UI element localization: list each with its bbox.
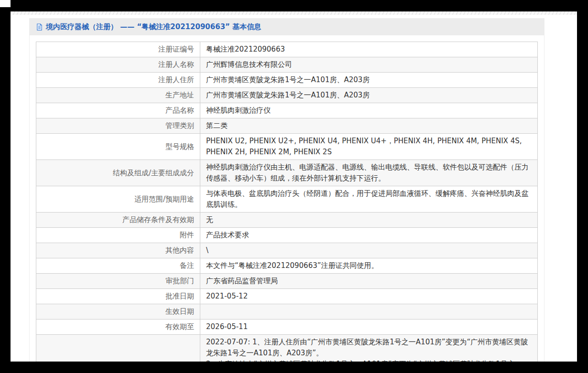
- table-row-change-history: 变更情况 2022-07-07: 1、注册人住所由“广州市黄埔区黄陂龙朱路1号之…: [36, 335, 538, 362]
- row-label: 审批部门: [36, 274, 200, 289]
- row-label: 附件: [36, 228, 200, 243]
- table-row: 型号规格 PHENIX U2, PHENIX U2+, PHENIX U4, P…: [36, 134, 538, 160]
- row-value: 广东省药品监督管理局: [200, 274, 538, 289]
- table-row: 结构及组成/主要组成成分 神经肌肉刺激治疗仪由主机、电源适配器、电源线、输出电缆…: [36, 160, 538, 186]
- table-row: 注册证编号 粤械注准20212090663: [36, 42, 538, 57]
- basic-info-card: 境内医疗器械（注册） —— “粤械注准20212090663” 基本信息 注册证…: [29, 18, 544, 362]
- row-value: 神经肌肉刺激治疗仪: [200, 103, 538, 118]
- row-label: 注册人住所: [36, 73, 200, 88]
- webpage-viewport: 境内医疗器械（注册） —— “粤械注准20212090663” 基本信息 注册证…: [11, 11, 577, 362]
- row-value: 本文件与“粤械注准20212090663”注册证共同使用。: [200, 258, 538, 274]
- table-row: 备注 本文件与“粤械注准20212090663”注册证共同使用。: [36, 258, 538, 274]
- registration-info-table: 注册证编号 粤械注准20212090663 注册人名称 广州辉博信息技术有限公司…: [36, 42, 538, 362]
- row-label: 产品名称: [36, 103, 200, 118]
- row-label: 备注: [36, 258, 200, 274]
- table-row: 注册人住所 广州市黄埔区黄陂龙朱路1号之一A101房、A203房: [36, 73, 538, 88]
- row-value: 粤械注准20212090663: [200, 42, 538, 57]
- row-label: 产品储存条件及有效期: [36, 213, 200, 228]
- table-row: 生产地址 广州市黄埔区黄陂龙朱路1号之一A101房、A203房: [36, 88, 538, 103]
- table-row: 注册人名称 广州辉博信息技术有限公司: [36, 57, 538, 73]
- table-row: 生效日期: [36, 304, 538, 320]
- row-label: 变更情况: [36, 335, 200, 362]
- row-label: 批准日期: [36, 289, 200, 304]
- row-label: 有效期至: [36, 320, 200, 335]
- screenshot-root: { "header": { "icon": "document-icon", "…: [0, 0, 588, 373]
- document-icon: [36, 23, 43, 31]
- row-value: PHENIX U2, PHENIX U2+, PHENIX U4, PHENIX…: [200, 134, 538, 160]
- table-row: 有效期至 2026-05-11: [36, 320, 538, 335]
- row-value: 2026-05-11: [200, 320, 538, 335]
- row-label: 适用范围/预期用途: [36, 186, 200, 213]
- table-row: 附件 产品技术要求: [36, 228, 538, 243]
- card-header-bar: 境内医疗器械（注册） —— “粤械注准20212090663” 基本信息: [30, 19, 544, 35]
- row-label: 管理类别: [36, 118, 200, 134]
- row-value: [200, 304, 538, 320]
- letterbox-corner-notch: [0, 0, 11, 7]
- table-row: 其他内容 \: [36, 243, 538, 258]
- row-value: 无: [200, 213, 538, 228]
- row-label: 生产地址: [36, 88, 200, 103]
- row-value: 2021-05-12: [200, 289, 538, 304]
- row-label: 注册人名称: [36, 57, 200, 73]
- page-title: 境内医疗器械（注册） —— “粤械注准20212090663” 基本信息: [46, 22, 261, 32]
- row-value: 2022-07-07: 1、注册人住所由“广州市黄埔区黄陂龙朱路1号之一A101…: [200, 335, 538, 362]
- row-value: 广州辉博信息技术有限公司: [200, 57, 538, 73]
- row-value: 第二类: [200, 118, 538, 134]
- table-row: 管理类别 第二类: [36, 118, 538, 134]
- row-label: 其他内容: [36, 243, 200, 258]
- row-value: 神经肌肉刺激治疗仪由主机、电源适配器、电源线、输出电缆线、导联线、软件包以及可选…: [200, 160, 538, 186]
- row-label: 结构及组成/主要组成成分: [36, 160, 200, 186]
- table-row: 批准日期 2021-05-12: [36, 289, 538, 304]
- change-entry: 2、生产地址由“广州市黄埔区黄陂龙朱路1号之一A101房”变更为“广州市黄埔区黄…: [206, 359, 532, 362]
- row-value: 广州市黄埔区黄陂龙朱路1号之一A101房、A203房: [200, 88, 538, 103]
- table-row: 审批部门 广东省药品监督管理局: [36, 274, 538, 289]
- row-label: 型号规格: [36, 134, 200, 160]
- top-hatch-border: [11, 11, 577, 15]
- row-value: \: [200, 243, 538, 258]
- row-value: 产品技术要求: [200, 228, 538, 243]
- table-row: 产品名称 神经肌肉刺激治疗仪: [36, 103, 538, 118]
- change-entry: 2022-07-07: 1、注册人住所由“广州市黄埔区黄陂龙朱路1号之一A101…: [206, 337, 532, 359]
- row-value: 与体表电极、盆底肌肉治疗头（经阴道）配合，用于促进局部血液循环、缓解疼痛、兴奋神…: [200, 186, 538, 213]
- row-value: 广州市黄埔区黄陂龙朱路1号之一A101房、A203房: [200, 73, 538, 88]
- table-row: 适用范围/预期用途 与体表电极、盆底肌肉治疗头（经阴道）配合，用于促进局部血液循…: [36, 186, 538, 213]
- table-row: 产品储存条件及有效期 无: [36, 213, 538, 228]
- row-label: 注册证编号: [36, 42, 200, 57]
- row-label: 生效日期: [36, 304, 200, 320]
